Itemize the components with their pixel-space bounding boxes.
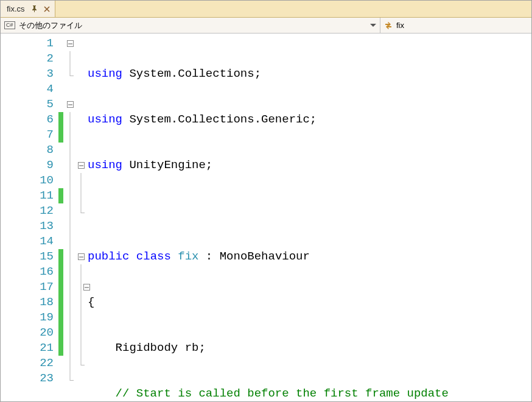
nav-member-dropdown[interactable]: fix (380, 18, 531, 33)
fold-toggle[interactable] (83, 284, 90, 291)
line-number: 11 (1, 188, 54, 203)
line-number: 1 (1, 36, 54, 51)
fold-toggle[interactable] (67, 40, 74, 47)
nav-scope-dropdown[interactable]: C# その他のファイル (1, 18, 380, 33)
line-number: 16 (1, 264, 54, 280)
line-number: 5 (1, 97, 54, 112)
line-number: 21 (1, 340, 54, 356)
class-icon (384, 21, 393, 30)
line-number: 9 (1, 158, 54, 173)
csharp-icon: C# (4, 21, 15, 29)
close-icon[interactable] (44, 6, 50, 12)
line-number: 7 (1, 127, 54, 143)
fold-toggle[interactable] (78, 253, 85, 260)
chevron-down-icon (370, 24, 376, 27)
code-line: using System.Collections; (88, 66, 531, 82)
line-number: 4 (1, 82, 54, 97)
line-number: 6 (1, 112, 54, 127)
code-line: using UnityEngine; (88, 158, 531, 173)
change-indicator-bar (58, 34, 63, 401)
outlining-margin-inner[interactable] (77, 34, 85, 401)
tab-filename: fix.cs (7, 4, 25, 13)
line-number: 22 (1, 356, 54, 371)
line-number: 14 (1, 234, 54, 249)
line-number: 13 (1, 219, 54, 234)
pin-icon[interactable] (31, 5, 38, 12)
nav-member-label: fix (396, 21, 404, 30)
line-number: 10 (1, 173, 54, 188)
outlining-margin[interactable] (63, 34, 77, 401)
code-line (88, 203, 531, 219)
line-number: 3 (1, 66, 54, 82)
code-editor[interactable]: 1 2 3 4 5 6 7 8 9 10 11 12 13 14 15 16 1… (1, 34, 531, 401)
file-tab[interactable]: fix.cs (1, 1, 55, 17)
navigation-bar: C# その他のファイル fix (1, 18, 531, 34)
fold-toggle[interactable] (78, 162, 85, 169)
line-number: 18 (1, 295, 54, 310)
line-number: 8 (1, 143, 54, 158)
line-number: 15 (1, 249, 54, 264)
nav-scope-label: その他のファイル (19, 20, 82, 31)
code-line: { (88, 295, 531, 310)
tab-bar: fix.cs (1, 1, 531, 18)
line-number: 12 (1, 203, 54, 219)
code-line: // Start is called before the first fram… (88, 386, 531, 401)
code-area[interactable]: using System.Collections; using System.C… (85, 34, 531, 401)
line-number: 19 (1, 310, 54, 325)
line-number-gutter: 1 2 3 4 5 6 7 8 9 10 11 12 13 14 15 16 1… (1, 34, 58, 401)
line-number: 23 (1, 371, 54, 386)
line-number: 2 (1, 51, 54, 66)
code-line: public class fix : MonoBehaviour (88, 249, 531, 264)
line-number: 20 (1, 325, 54, 340)
fold-toggle[interactable] (67, 101, 74, 108)
line-number: 17 (1, 280, 54, 295)
code-line: Rigidbody rb; (88, 340, 531, 356)
code-line: using System.Collections.Generic; (88, 112, 531, 127)
